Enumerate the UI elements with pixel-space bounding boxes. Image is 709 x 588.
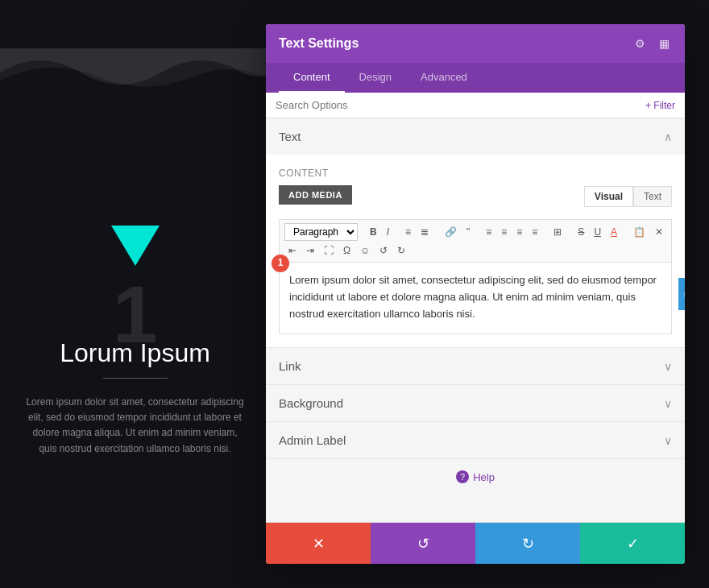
side-handle[interactable]: › [678, 278, 685, 310]
background-section-title: Background [279, 396, 343, 410]
redo-editor-btn[interactable]: ↻ [393, 242, 409, 259]
editor-body-text: Lorem ipsum dolor sit amet, consectetur … [289, 274, 657, 320]
toolbar-row1: Paragraph B I ≡ ≣ 🔗 " ≡ ≡ [284, 223, 666, 241]
tab-advanced[interactable]: Advanced [406, 63, 482, 93]
panel-body: Text ∧ Content ADD MEDIA Visual Text Par [266, 118, 685, 522]
settings-icon[interactable]: ⚙ [632, 35, 648, 52]
left-divider [103, 378, 168, 379]
search-input[interactable] [276, 99, 645, 111]
text-section-content: Content ADD MEDIA Visual Text Paragraph [266, 155, 685, 347]
link-section-arrow: ∨ [664, 360, 672, 373]
number-decoration: 1 [113, 274, 158, 354]
text-section: Text ∧ Content ADD MEDIA Visual Text Par [266, 118, 685, 348]
admin-label-section-title: Admin Label [279, 433, 346, 447]
panel-title: Text Settings [279, 36, 359, 51]
admin-label-section-header[interactable]: Admin Label ∨ [266, 422, 685, 458]
undo-editor-btn[interactable]: ↺ [375, 242, 392, 259]
text-toggle[interactable]: Text [633, 186, 672, 207]
content-label: Content [279, 168, 672, 179]
paste-btn[interactable]: 📋 [629, 224, 649, 240]
align-center-btn[interactable]: ≡ [497, 224, 511, 240]
underline-btn[interactable]: U [590, 224, 605, 240]
cancel-button[interactable]: ✕ [266, 523, 371, 564]
redo-button[interactable]: ↻ [475, 523, 580, 564]
align-left-btn[interactable]: ≡ [482, 224, 495, 240]
table-btn[interactable]: ⊞ [549, 224, 566, 240]
help-label: Help [473, 471, 495, 483]
settings-panel: Text Settings ⚙ ▦ Content Design Advance… [266, 24, 685, 564]
view-toggle: Visual Text [584, 186, 672, 207]
left-panel: 1 Lorum Ipsum Lorem ipsum dolor sit amet… [0, 0, 270, 588]
link-section-title: Link [279, 359, 301, 373]
left-body-text: Lorem ipsum dolor sit amet, consectetur … [0, 395, 270, 457]
search-bar: + Filter [266, 93, 685, 118]
help-area: ? Help [266, 459, 685, 493]
tabs-bar: Content Design Advanced [266, 63, 685, 93]
emoji-btn[interactable]: ☺ [356, 242, 374, 259]
background-section-arrow: ∨ [664, 397, 672, 410]
editor-toolbar: Paragraph B I ≡ ≣ 🔗 " ≡ ≡ [279, 219, 672, 262]
save-button[interactable]: ✓ [580, 523, 685, 564]
visual-toggle[interactable]: Visual [584, 186, 633, 207]
justify-btn[interactable]: ≡ [528, 224, 541, 240]
editor-area[interactable]: 1 Lorem ipsum dolor sit amet, consectetu… [279, 262, 672, 334]
admin-label-section-arrow: ∨ [664, 434, 672, 447]
bold-btn[interactable]: B [366, 224, 381, 240]
panel-footer: ✕ ↺ ↻ ✓ [266, 522, 685, 564]
strikethrough-btn[interactable]: S [574, 224, 588, 240]
outdent-btn[interactable]: ⇥ [302, 242, 318, 259]
clear-btn[interactable]: ✕ [651, 224, 667, 240]
tab-design[interactable]: Design [345, 63, 406, 93]
quote-btn[interactable]: " [462, 224, 474, 240]
undo-button[interactable]: ↺ [371, 523, 475, 564]
tab-content[interactable]: Content [279, 63, 345, 93]
side-handle-icon: › [683, 290, 685, 299]
special-char-btn[interactable]: Ω [339, 242, 354, 259]
add-media-button[interactable]: ADD MEDIA [279, 185, 352, 205]
toolbar-row2: ⇤ ⇥ ⛶ Ω ☺ ↺ ↻ [284, 242, 666, 259]
text-section-arrow: ∧ [664, 130, 672, 143]
background-section-header[interactable]: Background ∨ [266, 385, 685, 421]
columns-icon[interactable]: ▦ [656, 35, 672, 52]
text-section-title: Text [279, 130, 301, 143]
link-section-header[interactable]: Link ∨ [266, 348, 685, 384]
help-link[interactable]: ? Help [456, 470, 495, 483]
link-section: Link ∨ [266, 348, 685, 385]
admin-label-section: Admin Label ∨ [266, 422, 685, 459]
filter-button[interactable]: + Filter [645, 100, 675, 111]
badge-1: 1 [272, 255, 289, 272]
help-icon: ? [456, 470, 469, 483]
italic-btn[interactable]: I [383, 224, 393, 240]
ul-btn[interactable]: ≡ [401, 224, 415, 240]
link-btn[interactable]: 🔗 [441, 224, 461, 240]
paragraph-select[interactable]: Paragraph [284, 223, 358, 241]
triangle-icon [111, 226, 160, 266]
color-btn[interactable]: A [607, 224, 621, 240]
text-section-header[interactable]: Text ∧ [266, 118, 685, 155]
background-section: Background ∨ [266, 385, 685, 422]
header-icons: ⚙ ▦ [632, 35, 672, 52]
ol-btn[interactable]: ≣ [417, 224, 433, 240]
indent-btn[interactable]: ⇤ [284, 242, 301, 259]
align-right-btn[interactable]: ≡ [512, 224, 526, 240]
fullscreen-btn[interactable]: ⛶ [320, 242, 338, 259]
panel-header: Text Settings ⚙ ▦ [266, 24, 685, 63]
